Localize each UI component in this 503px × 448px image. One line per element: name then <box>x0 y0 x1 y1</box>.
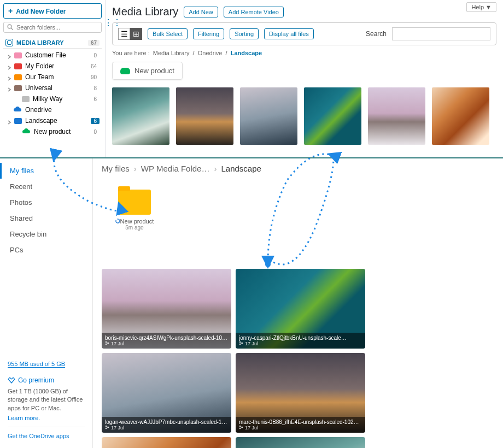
file-date: 17 Jul <box>239 341 362 346</box>
onedrive-nav-item[interactable]: Photos <box>0 194 92 210</box>
tree-item-label: Onedrive <box>25 106 52 114</box>
folder-icon: 0 <box>118 190 151 215</box>
tree-item-count: 6 <box>91 96 100 102</box>
folder-icon <box>14 118 22 124</box>
chevron-right-icon <box>8 119 12 123</box>
tree-item-label: Milky Way <box>33 95 62 103</box>
search-media-input[interactable] <box>392 27 490 40</box>
share-icon <box>105 341 109 345</box>
sorting-button[interactable]: Sorting <box>230 28 259 39</box>
media-thumbnail[interactable] <box>240 87 297 145</box>
tree-item-label: New product <box>34 128 71 135</box>
premium-desc: Get 1 TB (1000 GB) of storage and the la… <box>8 387 85 412</box>
onedrive-file-card[interactable]: logan-weaver-wAJJJbP7mbc-unsplash-scaled… <box>102 353 231 433</box>
new-product-folder-card[interactable]: New product <box>112 62 183 80</box>
search-label: Search <box>366 30 387 38</box>
file-name: marc-thunis-0B86_ifhE4E-unsplash-scaled-… <box>239 419 362 425</box>
media-thumbnail[interactable] <box>112 87 169 145</box>
tree-item[interactable]: Universal8 <box>3 82 102 93</box>
onedrive-nav-item[interactable]: Recent <box>0 179 92 194</box>
media-thumbnail[interactable] <box>304 87 361 145</box>
media-thumbnail[interactable] <box>176 87 233 145</box>
tree-item[interactable]: Our Team90 <box>3 72 102 82</box>
share-icon <box>105 425 109 429</box>
tree-item[interactable]: Milky Way6 <box>3 93 102 104</box>
svg-point-0 <box>8 25 11 28</box>
share-icon <box>239 425 243 429</box>
tree-item[interactable]: Onedrive <box>3 104 102 115</box>
toolbar: ☰ ⊞ Bulk Select Filtering Sorting Displa… <box>112 22 496 45</box>
tree-item-label: Customer File <box>25 51 66 59</box>
get-apps-link[interactable]: Get the OneDrive apps <box>8 433 69 439</box>
svg-point-4 <box>108 343 109 344</box>
svg-point-9 <box>106 428 107 429</box>
svg-point-2 <box>106 341 107 343</box>
svg-point-5 <box>239 341 241 343</box>
tree-item[interactable]: Customer File0 <box>3 50 102 61</box>
cloud-icon <box>120 68 130 74</box>
tree-item-count: 64 <box>88 63 100 69</box>
onedrive-file-card[interactable]: jonny-caspari-ZtlQjtbkBnU-unsplash-scale… <box>236 269 365 349</box>
crumb-active: Landscape <box>231 50 262 56</box>
media-main: Help ▼ Media Library Add New Add Remote … <box>106 0 503 157</box>
search-folders-field[interactable] <box>16 24 98 31</box>
onedrive-file-card[interactable]: boris-misevic-qrz4ASIWgPk-unsplash-scale… <box>102 269 231 349</box>
onedrive-nav-item[interactable]: Recycle bin <box>0 226 92 242</box>
crumb-myfiles[interactable]: My files <box>102 164 130 173</box>
onedrive-nav-item[interactable]: Shared <box>0 210 92 226</box>
svg-point-11 <box>239 426 241 427</box>
svg-point-8 <box>106 426 107 427</box>
media-thumbnails <box>112 87 496 145</box>
tree-item-count: 0 <box>91 129 100 135</box>
display-all-files-button[interactable]: Display all files <box>264 28 314 39</box>
library-count: 67 <box>88 40 100 46</box>
tree-item[interactable]: My Folder64 <box>3 61 102 72</box>
tree-item-label: Landscape <box>25 117 57 125</box>
learn-more-link[interactable]: Learn more. <box>8 415 85 421</box>
onedrive-file-card[interactable]: torbjorn-sandbakk-irzO1gonG98-unsplash-s… <box>236 437 365 448</box>
tree-item-label: Our Team <box>25 73 54 81</box>
onedrive-file-card[interactable]: marc-thunis-0B86_ifhE4E-unsplash-scaled-… <box>236 353 365 433</box>
media-sidebar: Add New Folder MEDIA LIBRARY 67 Customer… <box>0 0 106 157</box>
folder-tree: Customer File0My Folder64Our Team90Unive… <box>3 50 102 137</box>
view-list-icon[interactable]: ☰ <box>118 28 130 40</box>
tree-item[interactable]: Landscape6 <box>3 115 102 126</box>
onedrive-nav-item[interactable]: My files <box>0 163 92 179</box>
help-button[interactable]: Help ▼ <box>466 2 496 12</box>
onedrive-folder-item[interactable]: 0 New product 5m ago <box>113 190 156 231</box>
add-new-button[interactable]: Add New <box>184 7 218 17</box>
crumb-onedrive[interactable]: Onedrive <box>198 50 223 56</box>
onedrive-sidebar: My filesRecentPhotosSharedRecycle binPCs… <box>0 158 93 448</box>
tree-item-label: My Folder <box>25 62 54 70</box>
file-name: boris-misevic-qrz4ASIWgPk-unsplash-scale… <box>105 335 228 341</box>
chevron-right-icon <box>8 75 12 79</box>
media-thumbnail[interactable] <box>432 87 489 145</box>
add-new-folder-button[interactable]: Add New Folder <box>3 3 102 19</box>
chevron-right-icon <box>8 86 12 90</box>
file-name: jonny-caspari-ZtlQjtbkBnU-unsplash-scale… <box>239 335 362 341</box>
chevron-right-icon <box>8 64 12 68</box>
tree-item[interactable]: New product0 <box>3 126 102 137</box>
tree-item-label: Universal <box>25 84 52 92</box>
tree-item-count: 90 <box>88 74 100 80</box>
svg-point-12 <box>239 428 241 429</box>
tree-item-count: 0 <box>91 52 100 58</box>
breadcrumb: You are here : Media Library / Onedrive … <box>112 50 496 56</box>
media-library-heading: MEDIA LIBRARY <box>16 39 64 46</box>
bulk-select-button[interactable]: Bulk Select <box>148 28 188 39</box>
cloud-icon <box>13 106 22 114</box>
chevron-right-icon <box>8 53 12 57</box>
media-thumbnail[interactable] <box>368 87 425 145</box>
go-premium-link[interactable]: Go premium <box>8 376 85 384</box>
onedrive-file-card[interactable]: tom-swinnen-G719UpPhLJo-unsplash-scaled-… <box>102 437 231 448</box>
crumb-media-library[interactable]: Media Library <box>153 50 190 56</box>
view-grid-icon[interactable]: ⊞ <box>130 28 142 40</box>
search-folders-input[interactable] <box>3 22 102 33</box>
onedrive-nav-item[interactable]: PCs <box>0 242 92 258</box>
onedrive-breadcrumb: My files›WP Media Folde…›Landscape <box>102 164 494 173</box>
filtering-button[interactable]: Filtering <box>193 28 224 39</box>
svg-point-13 <box>242 427 243 428</box>
crumb-wpmedia[interactable]: WP Media Folde… <box>141 164 210 173</box>
storage-label[interactable]: 955 MB used of 5 GB <box>8 361 65 368</box>
add-remote-video-button[interactable]: Add Remote Video <box>224 7 284 17</box>
